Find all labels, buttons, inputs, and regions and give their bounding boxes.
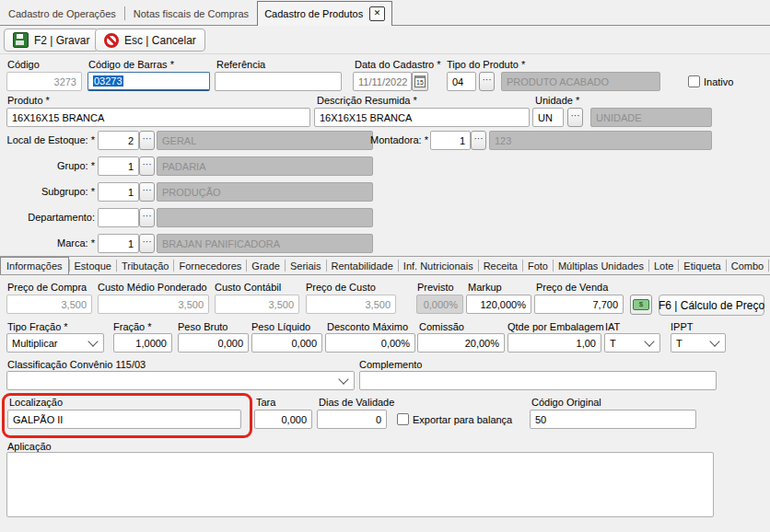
chevron-down-icon	[644, 336, 654, 346]
inativo-checkbox[interactable]	[688, 75, 700, 87]
local-estoque-desc-field: GERAL	[157, 131, 373, 150]
classificacao-select[interactable]	[6, 371, 355, 390]
departamento-code-field[interactable]	[98, 208, 139, 227]
price-money-button[interactable]: $	[630, 295, 652, 315]
preco-custo-field[interactable]: 3,500	[306, 295, 396, 314]
descricao-resumida-label: Descrição Resumida *	[317, 95, 417, 106]
barcode-selected-text: 03273	[93, 75, 123, 87]
departamento-lookup-button[interactable]: ···	[139, 208, 155, 227]
peso-bruto-field[interactable]: 0,000	[178, 333, 249, 353]
exportar-balanca-checkbox[interactable]	[397, 413, 409, 425]
tab-cadastro-produtos-label: Cadastro de Produtos	[264, 8, 363, 19]
dias-validade-field[interactable]: 0	[317, 410, 387, 429]
tab-cadastro-produtos[interactable]: Cadastro de Produtos ✕	[257, 1, 392, 26]
tab-tributacao[interactable]: Tributação	[117, 258, 174, 274]
codigo-original-field[interactable]: 50	[530, 410, 696, 429]
complemento-field[interactable]	[359, 371, 717, 390]
grupo-code-field[interactable]: 1	[98, 156, 139, 176]
custo-contabil-field[interactable]: 3,500	[215, 295, 299, 314]
local-estoque-lookup-button[interactable]: ···	[139, 131, 155, 150]
preco-compra-field[interactable]: 3,500	[6, 295, 92, 314]
tab-seriais[interactable]: Seriais	[286, 258, 326, 274]
qtde-embalagem-field[interactable]: 1,00	[508, 333, 601, 353]
subgrupo-lookup-button[interactable]: ···	[139, 182, 155, 202]
markup-label: Markup	[468, 282, 502, 293]
tab-cadastro-operacoes[interactable]: Cadastro de Operações	[0, 3, 124, 25]
tipo-produto-code-field[interactable]: 04	[447, 72, 476, 91]
localizacao-label: Localização	[9, 397, 63, 408]
peso-bruto-label: Peso Bruto	[178, 321, 228, 332]
tipo-fracao-label: Tipo Fração *	[7, 321, 68, 332]
tab-receita[interactable]: Receita	[479, 258, 522, 274]
fracao-field[interactable]: 1,0000	[113, 333, 172, 353]
barcode-field[interactable]: 03273	[88, 72, 210, 91]
markup-field[interactable]: 120,000%	[466, 295, 531, 314]
subgrupo-code-field[interactable]: 1	[98, 182, 139, 202]
montadora-label: Montadora: *	[370, 134, 428, 145]
cancel-button[interactable]: Esc | Cancelar	[95, 29, 205, 52]
codigo-field[interactable]: 3273	[6, 72, 82, 91]
desconto-maximo-field[interactable]: 0,00%	[325, 333, 415, 353]
preco-venda-field[interactable]: 7,700	[534, 295, 624, 314]
grupo-lookup-button[interactable]: ···	[139, 156, 155, 176]
close-tab-icon[interactable]: ✕	[369, 6, 385, 21]
aplicacao-label: Aplicação	[7, 441, 52, 452]
unidade-code-field[interactable]: UN	[532, 108, 564, 127]
exportar-balanca-label: Exportar para balança	[413, 414, 512, 425]
tab-estoque[interactable]: Estoque	[70, 258, 116, 274]
preco-venda-label: Preço de Venda	[536, 282, 608, 293]
save-button[interactable]: F2 | Gravar	[4, 29, 99, 52]
chevron-down-icon	[709, 336, 719, 346]
tara-field[interactable]: 0,000	[254, 410, 312, 429]
tab-foto[interactable]: Foto	[523, 258, 553, 274]
local-estoque-code-field[interactable]: 2	[98, 131, 139, 150]
chevron-down-icon	[88, 336, 98, 346]
produto-field[interactable]: 16X16X15 BRANCA	[6, 108, 310, 127]
unidade-lookup-button[interactable]: ···	[567, 108, 583, 127]
tara-label: Tara	[256, 397, 275, 408]
aplicacao-textarea[interactable]	[6, 452, 714, 517]
tab-inf-nutricionais[interactable]: Inf. Nutricionais	[399, 258, 478, 274]
chevron-down-icon	[338, 374, 348, 384]
tab-grade[interactable]: Grade	[247, 258, 285, 274]
ippt-select[interactable]: T	[671, 333, 726, 353]
custo-contabil-label: Custo Contábil	[215, 282, 281, 293]
cancel-button-label: Esc | Cancelar	[124, 34, 196, 47]
codigo-label: Código	[7, 59, 40, 70]
save-button-label: F2 | Gravar	[34, 34, 89, 47]
descricao-resumida-field[interactable]: 16X16X15 BRANCA	[314, 108, 530, 127]
tab-etiqueta[interactable]: Etiqueta	[679, 258, 725, 274]
marca-code-field[interactable]: 1	[98, 234, 139, 253]
save-floppy-icon	[13, 32, 29, 48]
tipo-fracao-select[interactable]: Multiplicar	[6, 333, 104, 353]
tab-informacoes[interactable]: Informações	[0, 257, 69, 276]
toolbar: F2 | Gravar Esc | Cancelar	[0, 26, 770, 54]
tab-fornecedores[interactable]: Fornecedores	[174, 258, 246, 274]
marca-lookup-button[interactable]: ···	[139, 234, 155, 253]
preco-custo-label: Preço de Custo	[306, 282, 376, 293]
referencia-field[interactable]	[215, 72, 342, 91]
comissao-label: Comissão	[419, 321, 464, 332]
tab-lote[interactable]: Lote	[649, 258, 678, 274]
peso-liquido-field[interactable]: 0,000	[251, 333, 322, 353]
tab-multiplas-unidades[interactable]: Múltiplas Unidades	[554, 258, 648, 274]
comissao-field[interactable]: 20,00%	[417, 333, 505, 353]
tipo-produto-label: Tipo do Produto *	[447, 59, 525, 70]
tab-notas-fiscais-compras[interactable]: Notas fiscais de Compras	[125, 3, 257, 25]
data-cadastro-field[interactable]: 11/11/2022	[353, 72, 412, 91]
localizacao-field[interactable]: GALPÃO II	[7, 410, 241, 429]
dias-validade-label: Dias de Validade	[319, 397, 394, 408]
barcode-label: Código de Barras *	[88, 59, 174, 70]
iat-select[interactable]: T	[604, 333, 660, 353]
tab-combo[interactable]: Combo	[727, 258, 768, 274]
f6-calculo-preco-button[interactable]: F6 | Cálculo de Preço	[659, 295, 764, 316]
tipo-produto-lookup-button[interactable]: ···	[479, 72, 495, 91]
tab-rentabilidade[interactable]: Rentabilidade	[327, 258, 398, 274]
montadora-lookup-button[interactable]: ···	[471, 131, 486, 150]
calendar-button[interactable]: 15	[412, 72, 428, 91]
desconto-maximo-label: Desconto Máximo	[327, 321, 408, 332]
custo-medio-field[interactable]: 3,500	[98, 295, 209, 314]
departamento-label: Departamento:	[0, 212, 95, 223]
montadora-code-field[interactable]: 1	[430, 131, 471, 150]
detail-tab-bar: Informações Estoque Tributação Fornecedo…	[0, 256, 770, 275]
